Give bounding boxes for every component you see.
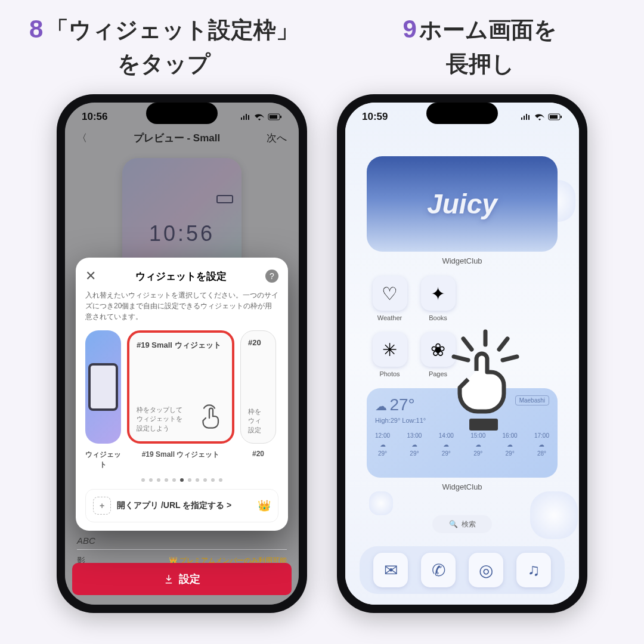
app-books[interactable]: ✦Books (417, 276, 459, 321)
dock-music[interactable]: ♫ (516, 553, 551, 587)
help-icon[interactable]: ? (265, 270, 278, 283)
step8-number: 8 (29, 15, 43, 43)
search-icon: 🔍 (449, 520, 458, 528)
svg-rect-4 (561, 116, 562, 118)
search-button[interactable]: 🔍 検索 (432, 515, 492, 533)
step8-line1: 「ウィジェット設定枠」 (46, 17, 299, 42)
heart-icon: ♡ (373, 276, 407, 311)
notch (426, 103, 498, 124)
high-low: High:29° Low:11° (375, 417, 426, 424)
slot-19-hint: 枠をタップして ウィジェットを 設定しよう (137, 405, 182, 433)
app-label: Books (429, 314, 447, 321)
step9-line2: 長押し (334, 49, 626, 79)
tap-gesture-icon (195, 402, 224, 433)
set-button-label: 設定 (179, 572, 200, 586)
dock: ✉ ✆ ◎ ♫ (360, 546, 565, 594)
step8-line2: をタップ (18, 49, 310, 79)
slot-19-caption: #19 Small ウィジェット (127, 450, 234, 460)
close-icon[interactable]: ✕ (85, 268, 96, 284)
slot-20-hint: 枠を ウィ 設定 (248, 407, 261, 435)
slot-preview-left[interactable] (85, 330, 121, 444)
phone-left: 10:56 〈 プレビュー - Small 次へ 10:56 ABC (57, 94, 307, 613)
app-weather[interactable]: ♡Weather (369, 276, 410, 321)
slot-19-label: #19 Small ウィジェット (137, 340, 225, 351)
widget-slot-19[interactable]: #19 Small ウィジェット 枠をタップして ウィジェットを 設定しよう (127, 330, 234, 444)
widget-modal: ✕ ウィジェットを設定 ? 入れ替えたいウィジェットを選択してください。一つのサ… (76, 258, 288, 531)
dock-mail[interactable]: ✉ (373, 553, 408, 587)
star-icon: ✦ (421, 276, 456, 311)
plus-icon: + (93, 497, 111, 515)
sparkle-icon: ✳ (373, 332, 407, 367)
widget-label-2: WidgetClub (345, 482, 579, 491)
slot-left-caption: ウィジェット (85, 450, 121, 470)
modal-description: 入れ替えたいウィジェットを選択してください。一つのサイズにつき20個まで自由に設… (85, 290, 278, 322)
svg-line-9 (454, 357, 468, 360)
status-time: 10:59 (362, 111, 388, 123)
phone-right: 10:59 Juicy WidgetClub ♡Weather ✦Books ✳… (337, 94, 587, 613)
widget-slot-20[interactable]: #20 枠を ウィ 設定 (240, 330, 276, 444)
dock-phone[interactable]: ✆ (421, 553, 456, 587)
open-app-button[interactable]: + 開くアプリ /URL を指定する > 👑 (85, 489, 278, 522)
step9-number: 9 (403, 15, 417, 43)
app-photos[interactable]: ✳Photos (369, 332, 410, 377)
open-app-label: 開くアプリ /URL を指定する > (117, 500, 231, 511)
dock-safari[interactable]: ◎ (469, 553, 503, 587)
juicy-text: Juicy (427, 188, 497, 220)
app-label: Weather (377, 314, 402, 321)
modal-title: ウィジェットを設定 (135, 270, 227, 283)
widget-label-1: WidgetClub (345, 256, 579, 265)
juicy-widget[interactable]: Juicy (367, 156, 558, 252)
temperature: 27° (389, 395, 414, 414)
longpress-gesture-icon (441, 329, 530, 439)
svg-line-8 (499, 339, 507, 349)
slot-20-label: #20 (248, 338, 268, 347)
notch (146, 103, 218, 124)
svg-line-7 (463, 339, 472, 349)
slot-pager[interactable] (85, 478, 278, 482)
crown-icon: 👑 (258, 499, 271, 512)
abc-label: ABC (77, 532, 287, 549)
slot-20-caption: #20 (240, 450, 276, 458)
app-label: Photos (379, 370, 400, 377)
svg-line-10 (503, 357, 517, 360)
svg-rect-5 (550, 115, 558, 119)
svg-rect-11 (469, 419, 498, 431)
search-label: 検索 (462, 519, 476, 530)
status-icons (521, 113, 562, 120)
set-button[interactable]: 設定 (72, 563, 292, 595)
step9-line1: ホーム画面を (419, 17, 557, 42)
cloud-icon: ☁ (375, 400, 387, 413)
